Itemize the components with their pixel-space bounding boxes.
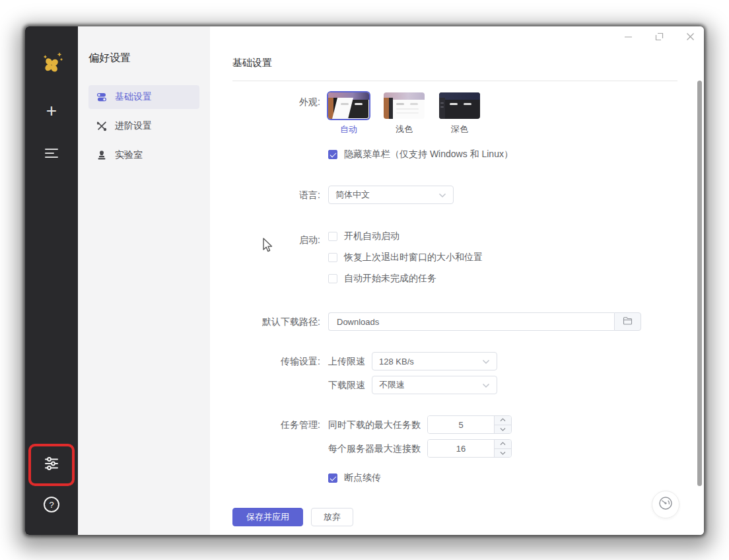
lab-icon	[96, 150, 107, 160]
title-divider	[232, 81, 677, 81]
theme-option-light[interactable]: 浅色	[384, 92, 425, 135]
resume-label: 断点续传	[344, 472, 381, 484]
theme-label: 深色	[451, 123, 468, 135]
minimize-button[interactable]	[623, 32, 633, 41]
max-connections-decrease-button[interactable]	[495, 449, 511, 458]
motrix-logo-icon	[40, 52, 63, 79]
hide-menubar-checkbox[interactable]	[328, 150, 337, 159]
max-tasks-input[interactable]	[428, 416, 494, 433]
startup-label: 启动:	[232, 230, 328, 249]
red-annotation-highlight	[28, 444, 75, 486]
theme-light-thumbnail	[384, 92, 425, 119]
startup-option-label: 自动开始未完成的任务	[344, 273, 436, 285]
startup-auto-launch-checkbox[interactable]	[328, 232, 337, 241]
help-button[interactable]: ?	[40, 494, 63, 518]
theme-dark-thumbnail	[439, 92, 480, 119]
add-task-button[interactable]: +	[40, 99, 63, 123]
sidebar-item-basic-settings[interactable]: 基础设置	[88, 85, 199, 109]
preferences-button[interactable]	[40, 453, 63, 477]
max-connections-stepper	[427, 439, 512, 458]
chevron-down-icon	[482, 379, 490, 391]
scrollbar-thumb[interactable]	[697, 81, 702, 486]
max-tasks-decrease-button[interactable]	[495, 425, 511, 434]
theme-label: 自动	[340, 123, 357, 135]
appearance-label: 外观:	[232, 92, 328, 111]
main-content: 基础设置 外观: 自动	[210, 26, 704, 535]
preferences-sidebar: 偏好设置 基础设置	[78, 26, 210, 535]
page-title: 基础设置	[232, 57, 677, 69]
max-connections-increase-button[interactable]	[495, 440, 511, 449]
preferences-title: 偏好设置	[88, 52, 199, 65]
speed-gauge-button[interactable]	[652, 491, 679, 518]
download-limit-value: 不限速	[379, 379, 405, 391]
toggles-icon	[96, 92, 107, 102]
theme-options: 自动 浅色	[328, 92, 513, 135]
speedometer-icon	[658, 495, 674, 514]
task-list-button[interactable]	[40, 143, 63, 166]
task-list-icon	[44, 148, 59, 161]
chevron-down-icon	[438, 189, 446, 201]
theme-option-dark[interactable]: 深色	[439, 92, 480, 135]
help-icon: ?	[43, 496, 60, 516]
transfer-label: 传输设置:	[232, 352, 328, 370]
language-select[interactable]: 简体中文	[328, 186, 454, 204]
startup-option-label: 开机自动启动	[344, 230, 399, 242]
startup-resume-tasks-checkbox[interactable]	[328, 274, 337, 283]
folder-icon	[623, 316, 633, 328]
hide-menubar-checkbox-row[interactable]: 隐藏菜单栏（仅支持 Windows 和 Linux）	[328, 149, 513, 160]
language-label: 语言:	[232, 186, 328, 204]
svg-text:?: ?	[49, 500, 53, 510]
download-limit-label: 下载限速	[328, 376, 365, 394]
startup-auto-launch-row[interactable]: 开机自动启动	[328, 230, 483, 242]
download-limit-select[interactable]: 不限速	[372, 376, 497, 394]
tools-icon	[96, 121, 107, 131]
resume-checkbox-row[interactable]: 断点续传	[328, 472, 512, 484]
theme-label: 浅色	[396, 123, 413, 135]
language-value: 简体中文	[335, 189, 370, 201]
upload-limit-value: 128 KB/s	[379, 357, 414, 367]
max-connections-input[interactable]	[428, 440, 494, 457]
hide-menubar-label: 隐藏菜单栏（仅支持 Windows 和 Linux）	[344, 149, 513, 160]
preferences-sliders-icon	[44, 456, 59, 474]
download-path-input[interactable]	[328, 312, 614, 331]
close-button[interactable]	[685, 32, 695, 41]
task-management-label: 任务管理:	[232, 415, 328, 434]
startup-restore-window-checkbox[interactable]	[328, 253, 337, 262]
browse-folder-button[interactable]	[614, 312, 641, 331]
max-tasks-label: 同时下载的最大任务数	[328, 415, 421, 434]
sidebar-item-lab[interactable]: 实验室	[88, 143, 199, 167]
save-and-apply-button[interactable]: 保存并应用	[232, 508, 303, 526]
sidebar-item-advanced-settings[interactable]: 进阶设置	[88, 114, 199, 138]
window-controls	[623, 32, 695, 41]
upload-limit-select[interactable]: 128 KB/s	[372, 352, 497, 370]
discard-button[interactable]: 放弃	[311, 508, 353, 526]
startup-option-label: 恢复上次退出时窗口的大小和位置	[344, 252, 483, 263]
max-tasks-stepper	[427, 415, 512, 434]
maximize-button[interactable]	[654, 32, 664, 41]
startup-restore-window-row[interactable]: 恢复上次退出时窗口的大小和位置	[328, 252, 483, 263]
upload-limit-label: 上传限速	[328, 352, 365, 370]
max-connections-label: 每个服务器最大连接数	[328, 439, 421, 458]
download-path-label: 默认下载路径:	[232, 312, 328, 331]
chevron-down-icon	[482, 355, 490, 367]
sidebar-rail: +	[25, 26, 78, 535]
resume-checkbox[interactable]	[328, 473, 337, 483]
sidebar-item-label: 基础设置	[115, 91, 152, 103]
theme-option-auto[interactable]: 自动	[328, 92, 369, 135]
add-task-icon: +	[46, 102, 57, 120]
max-tasks-increase-button[interactable]	[495, 416, 511, 425]
startup-resume-tasks-row[interactable]: 自动开始未完成的任务	[328, 273, 483, 285]
app-window: +	[25, 26, 704, 535]
sidebar-item-label: 实验室	[115, 149, 143, 161]
sidebar-item-label: 进阶设置	[115, 120, 152, 132]
theme-auto-thumbnail	[328, 92, 369, 119]
